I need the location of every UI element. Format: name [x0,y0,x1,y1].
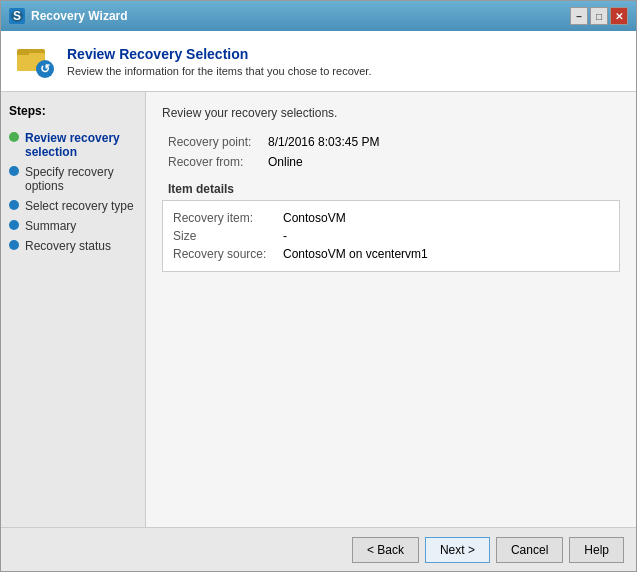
recover-from-value: Online [262,152,620,172]
title-bar-controls: – □ ✕ [570,7,628,25]
header-subtitle: Review the information for the items tha… [67,65,371,77]
recovery-item-value: ContosoVM [283,211,346,225]
table-row-recovery-point: Recovery point: 8/1/2016 8:03:45 PM [162,132,620,152]
details-row-item: Recovery item: ContosoVM [173,209,609,227]
sidebar-item-status[interactable]: Recovery status [9,236,137,256]
step-dot-1 [9,132,19,142]
svg-rect-4 [17,51,29,55]
sidebar-label-2: Specify recovery options [25,165,137,193]
recovery-wizard-window: S Recovery Wizard – □ ✕ ↺ Review Recov [0,0,637,572]
main-intro: Review your recovery selections. [162,106,620,120]
sidebar-item-summary[interactable]: Summary [9,216,137,236]
size-value: - [283,229,287,243]
close-button[interactable]: ✕ [610,7,628,25]
sidebar-item-specify[interactable]: Specify recovery options [9,162,137,196]
sidebar-label-1: Review recovery selection [25,131,137,159]
content-area: Steps: Review recovery selection Specify… [1,92,636,527]
sidebar: Steps: Review recovery selection Specify… [1,92,146,527]
recovery-source-label: Recovery source: [173,247,283,261]
svg-text:S: S [13,9,21,23]
maximize-button[interactable]: □ [590,7,608,25]
sidebar-label-3: Select recovery type [25,199,134,213]
sidebar-item-review[interactable]: Review recovery selection [9,128,137,162]
recovery-item-label: Recovery item: [173,211,283,225]
table-row-recover-from: Recover from: Online [162,152,620,172]
app-icon: S [9,8,25,24]
sidebar-label-5: Recovery status [25,239,111,253]
sidebar-title: Steps: [9,104,137,118]
main-content: Review your recovery selections. Recover… [146,92,636,527]
title-bar-left: S Recovery Wizard [9,8,128,24]
step-dot-4 [9,220,19,230]
header-section: ↺ Review Recovery Selection Review the i… [1,31,636,92]
size-label: Size [173,229,283,243]
header-icon: ↺ [15,41,55,81]
details-box: Recovery item: ContosoVM Size - Recovery… [162,200,620,272]
help-button[interactable]: Help [569,537,624,563]
window-title: Recovery Wizard [31,9,128,23]
step-dot-5 [9,240,19,250]
step-dot-3 [9,200,19,210]
header-text: Review Recovery Selection Review the inf… [67,46,371,77]
footer: < Back Next > Cancel Help [1,527,636,571]
recover-from-label: Recover from: [162,152,262,172]
minimize-button[interactable]: – [570,7,588,25]
next-button[interactable]: Next > [425,537,490,563]
title-bar: S Recovery Wizard – □ ✕ [1,1,636,31]
recovery-source-value: ContosoVM on vcentervm1 [283,247,428,261]
cancel-button[interactable]: Cancel [496,537,563,563]
sidebar-label-4: Summary [25,219,76,233]
header-title: Review Recovery Selection [67,46,371,62]
recovery-point-value: 8/1/2016 8:03:45 PM [262,132,620,152]
step-dot-2 [9,166,19,176]
details-row-source: Recovery source: ContosoVM on vcentervm1 [173,245,609,263]
recovery-point-label: Recovery point: [162,132,262,152]
back-button[interactable]: < Back [352,537,419,563]
sidebar-item-select-type[interactable]: Select recovery type [9,196,137,216]
info-table: Recovery point: 8/1/2016 8:03:45 PM Reco… [162,132,620,172]
svg-text:↺: ↺ [40,62,50,76]
details-row-size: Size - [173,227,609,245]
item-details-header: Item details [162,182,620,196]
